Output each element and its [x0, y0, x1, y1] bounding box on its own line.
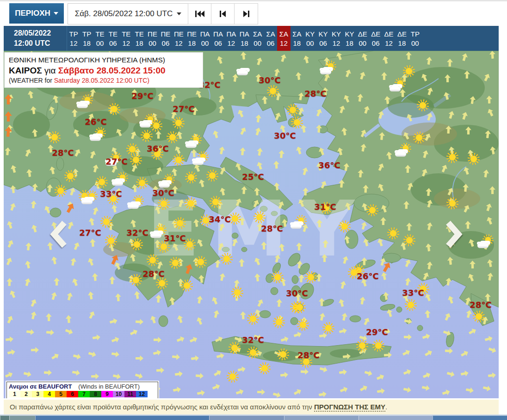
bottom-table-header-cell — [359, 415, 433, 420]
region-dropdown-button[interactable]: ΠΕΡΙΟΧΗ — [9, 3, 64, 24]
timeline-step-hour: 06 — [264, 39, 277, 47]
timeline-step[interactable]: ΤΡ 18 — [80, 26, 93, 51]
temperature-layer: 32°C30°C29°C28°C27°C26°C30°C28°C36°C27°C… — [4, 51, 499, 398]
timeline-step-day: ΚΥ — [316, 30, 329, 38]
timeline-step-hour: 12 — [330, 39, 343, 47]
chevron-right-icon — [50, 220, 68, 249]
timeline-step[interactable]: ΚΥ 06 — [316, 26, 329, 51]
bottom-table-header-cell — [35, 415, 209, 420]
beaufort-scale-cell: 9 — [101, 391, 113, 397]
timeline-step-hour: 18 — [238, 39, 251, 47]
step-forward-button[interactable] — [234, 3, 258, 24]
timeline-step-day: ΔΕ — [369, 30, 382, 38]
timeline-step[interactable]: ΣΑ 12 — [277, 26, 290, 51]
timeline-step[interactable]: ΤΕ 12 — [120, 26, 133, 51]
timeline-step-hour: 06 — [159, 39, 172, 47]
timeline-step[interactable]: ΤΡ 12 — [67, 26, 80, 51]
timeline-step[interactable]: ΤΕ 18 — [133, 26, 146, 51]
timeline-step-hour: 06 — [106, 39, 119, 47]
timeline-step-hour: 18 — [133, 39, 146, 47]
temperature-label: 25°C — [242, 172, 264, 182]
legend-title: Ανεμοι σε BEAUFORT(Winds in BEAUFORT) — [9, 383, 156, 390]
timeline-step-hour: 12 — [172, 39, 185, 47]
beaufort-scale-cell: 11 — [124, 391, 136, 397]
temperature-label: 26°C — [357, 271, 378, 281]
timeline-current-date: 28/05/2022 — [14, 28, 51, 38]
bottom-table-header — [0, 414, 507, 420]
beaufort-scale-cell: 2 — [20, 391, 32, 397]
timeline-step[interactable]: ΠΕ 00 — [146, 26, 159, 51]
temperature-label: 31°C — [314, 202, 336, 212]
timeline-step-day: ΠΕ — [146, 30, 159, 38]
timeline-step-hour: 18 — [396, 39, 408, 47]
emy-forecast-link[interactable]: ΠΡΟΓΝΩΣΗ ΤΗΣ ΕΜΥ — [314, 403, 385, 412]
disclaimer-bar: Οι παραπάνω χάρτες είναι προϊόντα αριθμη… — [4, 400, 499, 414]
timeline-step-day: ΤΡ — [67, 30, 80, 38]
timeline-step-hour: 18 — [80, 39, 93, 47]
beaufort-scale-cell: 10 — [113, 391, 124, 397]
bottom-table-header-cell — [433, 415, 507, 420]
bottom-table-header-cell — [209, 415, 284, 420]
timeline-step-day: ΠΑ — [211, 30, 224, 38]
temperature-label: 30°C — [274, 131, 296, 140]
timeline-step[interactable]: ΠΕ 12 — [172, 26, 185, 51]
timeline-step-hour: 00 — [251, 39, 264, 47]
timeline-step[interactable]: ΔΕ 06 — [369, 26, 382, 51]
chevron-down-icon — [54, 12, 58, 15]
timeline-step-hour: 06 — [211, 39, 224, 47]
beaufort-scale: 123456789101112 — [9, 391, 156, 397]
temperature-label: 33°C — [402, 288, 424, 298]
hnms-title: ΕΘΝΙΚΗ ΜΕΤΕΩΡΟΛΟΓΙΚΗ ΥΠΗΡΕΣΙΑ (HNMS) — [9, 55, 198, 65]
timeline-step[interactable]: ΚΥ 18 — [343, 26, 356, 51]
timeline-step[interactable]: ΣΑ 06 — [264, 26, 277, 51]
timeline-step[interactable]: ΚΥ 00 — [303, 26, 316, 51]
timeline-step[interactable]: ΠΑ 00 — [198, 26, 211, 51]
timeline-step[interactable]: ΔΕ 00 — [356, 26, 369, 51]
beaufort-scale-cell: 1 — [9, 391, 20, 397]
timeline-step[interactable]: ΠΕ 18 — [185, 26, 198, 51]
timeline-step[interactable]: ΠΑ 06 — [211, 26, 224, 51]
timeline-step-hour: 12 — [225, 39, 238, 47]
datetime-selector[interactable]: Σάβ. 28/05/2022 12:00 UTC — [68, 3, 189, 24]
beaufort-scale-cell: 5 — [55, 391, 67, 397]
timeline-step-day: ΤΕ — [106, 30, 119, 38]
timeline-step[interactable]: ΣΑ 18 — [291, 26, 303, 51]
timeline-step-day: ΤΕ — [93, 30, 106, 38]
timeline-step[interactable]: ΠΕ 06 — [159, 26, 172, 51]
timeline-step-day: ΠΑ — [238, 30, 251, 38]
region-button-label: ΠΕΡΙΟΧΗ — [15, 9, 50, 18]
temperature-label: 29°C — [366, 327, 388, 337]
step-back-icon — [218, 10, 228, 18]
timeline-step-day: ΔΕ — [396, 30, 408, 38]
previous-map-chevron[interactable] — [50, 220, 68, 249]
temperature-label: 33°C — [100, 189, 122, 199]
temperature-label: 30°C — [152, 188, 174, 198]
timeline-step[interactable]: ΔΕ 18 — [396, 26, 408, 51]
timeline-step-day: ΠΑ — [225, 30, 238, 38]
skip-to-first-button[interactable] — [188, 3, 212, 24]
timeline-step-hour: 18 — [291, 39, 303, 47]
temperature-label: 30°C — [286, 288, 308, 298]
timeline-step-hour: 18 — [343, 39, 356, 47]
bottom-table-header-cell — [0, 415, 9, 420]
timeline-step[interactable]: ΤΕ 00 — [93, 26, 106, 51]
timeline-step[interactable]: ΣΑ 00 — [251, 26, 264, 51]
timeline-step[interactable]: ΔΕ 12 — [382, 26, 395, 51]
disclaimer-period: . — [385, 403, 387, 411]
timeline-step[interactable]: ΠΑ 18 — [238, 26, 251, 51]
timeline-step[interactable]: ΤΡ 00 — [408, 26, 421, 51]
timeline-step-hour: 12 — [277, 39, 290, 47]
timeline-step[interactable]: ΤΕ 06 — [106, 26, 119, 51]
temperature-label: 30°C — [259, 75, 280, 85]
chevron-down-icon — [177, 12, 181, 15]
step-back-button[interactable] — [211, 3, 235, 24]
timeline-step[interactable]: ΠΑ 12 — [225, 26, 238, 51]
timeline-step-day: ΣΑ — [277, 30, 290, 38]
timeline-steps: ΤΡ 12 ΤΡ 18 ΤΕ 00 ΤΕ 06 ΤΕ 12 ΤΕ 18 ΠΕ 0… — [67, 26, 422, 51]
timeline-step-hour: 00 — [198, 39, 211, 47]
temperature-label: 28°C — [304, 89, 326, 98]
next-map-chevron[interactable] — [444, 220, 463, 249]
skip-to-first-icon — [195, 10, 205, 18]
timeline-step[interactable]: ΚΥ 12 — [330, 26, 343, 51]
beaufort-scale-cell: 6 — [67, 391, 78, 397]
